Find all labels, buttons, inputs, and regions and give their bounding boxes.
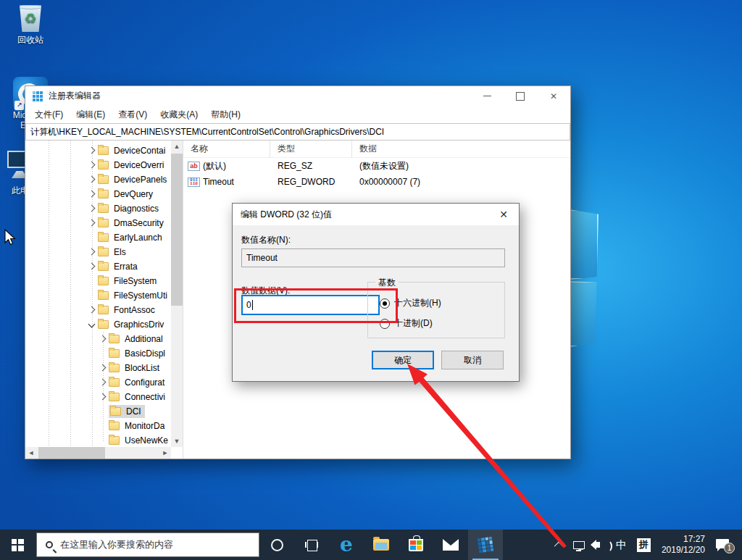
tree-item-filesystem[interactable]: FileSystem	[25, 274, 171, 288]
tree-item-deviceoverri[interactable]: DeviceOverri	[25, 158, 171, 172]
tree-item-configurat[interactable]: Configurat	[25, 375, 171, 390]
tree-item-filesystemuti[interactable]: FileSystemUti	[25, 288, 171, 303]
tree-item-els[interactable]: Els	[25, 245, 171, 259]
tree-expander-icon[interactable]	[88, 306, 96, 314]
tree-item-label: DevQuery	[112, 188, 155, 200]
tree-item-connectivi[interactable]: Connectivi	[25, 390, 171, 404]
tree-vertical-scrollbar[interactable]: ▲ ▼	[171, 141, 183, 447]
maximize-button[interactable]	[504, 86, 537, 106]
taskbar-search-box[interactable]: 在这里输入你要搜索的内容	[36, 532, 259, 557]
radio-hexadecimal[interactable]: 十六进制(H)	[380, 297, 441, 309]
tree-expander-icon[interactable]	[99, 393, 107, 401]
scroll-right-icon[interactable]: ►	[159, 447, 171, 459]
tree-item-fontassoc[interactable]: FontAssoc	[25, 303, 171, 317]
tree-expander-icon[interactable]	[88, 175, 96, 184]
desktop-icon-recycle-bin[interactable]: ♻ 回收站	[14, 4, 46, 46]
tree-item-dci[interactable]: DCI	[25, 404, 171, 419]
tree-expander-icon[interactable]	[99, 335, 107, 343]
tree-expander-icon[interactable]	[88, 204, 96, 213]
tree-item-devquery[interactable]: DevQuery	[25, 187, 171, 201]
tree-expander-icon[interactable]	[88, 262, 96, 271]
tray-chevron-button[interactable]	[551, 530, 568, 560]
tree-horizontal-scrollbar[interactable]: ◄ ►	[25, 447, 171, 459]
taskbar-file-explorer-button[interactable]	[364, 530, 399, 560]
tree-expander-icon[interactable]	[88, 161, 96, 170]
tree-item-basicdispl[interactable]: BasicDispl	[25, 346, 171, 361]
column-header-1[interactable]: 名称	[183, 141, 270, 157]
scroll-up-icon[interactable]: ▲	[171, 141, 183, 152]
address-bar: 计算机\HKEY_LOCAL_MACHINE\SYSTEM\CurrentCon…	[25, 123, 570, 141]
dialog-title-bar[interactable]: 编辑 DWORD (32 位)值 ✕	[233, 204, 519, 225]
menu-item-3[interactable]: 收藏夹(A)	[154, 109, 204, 121]
close-button[interactable]: ✕	[537, 86, 570, 106]
vertical-scroll-thumb[interactable]	[171, 154, 183, 306]
radio-decimal[interactable]: 十进制(D)	[380, 317, 433, 330]
tree-item-label: MonitorDa	[122, 420, 167, 432]
minimize-button[interactable]	[470, 86, 504, 106]
horizontal-scroll-thumb[interactable]	[38, 447, 105, 459]
tree-item-additional[interactable]: Additional	[25, 332, 171, 346]
menu-item-0[interactable]: 文件(F)	[28, 109, 70, 121]
tree-item-usenewke[interactable]: UseNewKe	[25, 433, 171, 448]
taskbar-store-button[interactable]	[399, 530, 433, 560]
tree-item-dmasecurity[interactable]: DmaSecurity	[25, 216, 171, 230]
task-view-button[interactable]	[294, 530, 329, 560]
value-data: (数值未设置)	[352, 160, 570, 172]
tree-expander-icon[interactable]	[99, 364, 107, 372]
tray-network-button[interactable]	[568, 530, 590, 560]
tree-item-errata[interactable]: Errata	[25, 259, 171, 274]
tree-item-graphicsdriv[interactable]: GraphicsDriv	[25, 317, 171, 332]
tree-item-monitorda[interactable]: MonitorDa	[25, 419, 171, 433]
tree-expander-icon[interactable]	[88, 146, 96, 155]
column-header-2[interactable]: 类型	[270, 141, 352, 157]
tray-ime-mode-button[interactable]: 中	[611, 530, 632, 560]
scroll-down-icon[interactable]: ▼	[171, 435, 183, 447]
start-button[interactable]	[0, 530, 35, 560]
tray-clock-button[interactable]: 17:27 2019/12/20	[656, 530, 711, 560]
address-input[interactable]: 计算机\HKEY_LOCAL_MACHINE\SYSTEM\CurrentCon…	[25, 123, 570, 141]
tree-item-diagnostics[interactable]: Diagnostics	[25, 201, 171, 216]
tree-item-label: EarlyLaunch	[112, 232, 164, 243]
cancel-button[interactable]: 取消	[441, 351, 504, 369]
tray-notification-button[interactable]: 1	[711, 530, 742, 560]
value-data-input[interactable]: 0	[241, 295, 380, 315]
tree-selected-item[interactable]: DCI	[109, 405, 145, 418]
value-type: REG_SZ	[270, 161, 352, 171]
menu-item-1[interactable]: 编辑(E)	[70, 109, 112, 121]
radio-dec-label: 十进制(D)	[394, 317, 433, 330]
tree-expander-icon[interactable]	[88, 248, 96, 256]
tree-item-devicecontai[interactable]: DeviceContai	[25, 143, 171, 158]
tree-expander-icon[interactable]	[99, 378, 107, 387]
taskbar-mail-button[interactable]	[433, 530, 468, 560]
ime-layout-badge: 拼	[637, 538, 651, 552]
tree-expander-icon[interactable]	[88, 190, 96, 198]
value-row-默认[interactable]: ab(默认)REG_SZ(数值未设置)	[183, 158, 570, 174]
mouse-cursor	[4, 229, 16, 246]
scroll-left-icon[interactable]: ◄	[25, 447, 37, 459]
tray-ime-layout-button[interactable]: 拼	[632, 530, 656, 560]
menu-item-4[interactable]: 帮助(H)	[204, 109, 247, 121]
base-group-label: 基数	[375, 277, 399, 289]
folder-icon	[98, 204, 109, 213]
cortana-button[interactable]	[259, 530, 294, 560]
tray-volume-button[interactable]	[590, 530, 611, 560]
menu-item-2[interactable]: 查看(V)	[112, 109, 154, 121]
ok-button[interactable]: 确定	[372, 351, 434, 369]
value-row-Timeout[interactable]: 011110TimeoutREG_DWORD0x00000007 (7)	[183, 174, 570, 190]
regedit-icon	[478, 537, 494, 553]
value-name-input[interactable]: Timeout	[241, 248, 505, 267]
tree-item-devicepanels[interactable]: DevicePanels	[25, 172, 171, 187]
taskbar-edge-button[interactable]: e	[329, 530, 364, 560]
tree-item-earlylaunch[interactable]: EarlyLaunch	[25, 230, 171, 245]
taskbar-regedit-button[interactable]	[468, 530, 503, 560]
folder-icon	[110, 407, 121, 416]
radio-hex-label: 十六进制(H)	[394, 297, 441, 309]
title-bar[interactable]: 注册表编辑器 ✕	[25, 86, 570, 106]
tree-item-blocklist[interactable]: BlockList	[25, 361, 171, 375]
registry-tree-pane[interactable]: DeviceContaiDeviceOverriDevicePanelsDevQ…	[25, 141, 183, 459]
tree-expander-icon[interactable]	[88, 320, 96, 329]
dialog-close-button[interactable]: ✕	[488, 204, 519, 225]
tree-expander-icon[interactable]	[88, 219, 96, 227]
column-header-3[interactable]: 数据	[352, 141, 570, 157]
folder-icon	[109, 349, 120, 358]
